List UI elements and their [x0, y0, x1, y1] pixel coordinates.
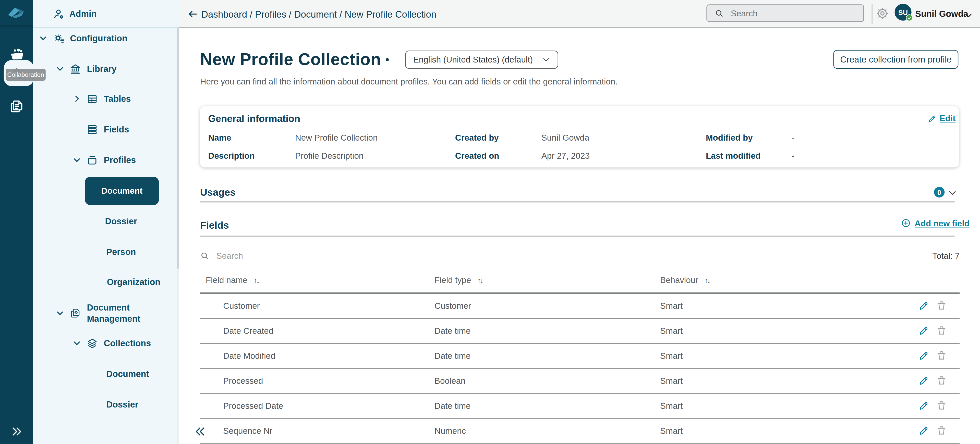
chevron-down-icon[interactable] [73, 155, 81, 164]
sort-icon[interactable]: ↑↓ [477, 276, 482, 284]
cell-field-name: Date Modified [223, 344, 275, 368]
gi-created-on-label: Created on [455, 151, 499, 161]
global-search[interactable] [706, 4, 864, 22]
column-label: Field type [434, 276, 471, 285]
topbar: Dashboard / Profiles / Document / New Pr… [179, 0, 980, 27]
sidebar-item-library[interactable]: Library [56, 61, 117, 77]
chevron-down-icon[interactable] [73, 339, 81, 347]
user-name[interactable]: Sunil Gowda [915, 0, 968, 27]
cell-field-name: Date Created [223, 319, 274, 343]
sidebar-item-collections-document[interactable]: Document [106, 366, 149, 382]
sidebar-item-organization[interactable]: Organization [107, 274, 161, 290]
delete-row-icon[interactable] [936, 325, 947, 336]
cell-behaviour: Smart [660, 419, 682, 443]
table-row[interactable]: Processed Date Date time Smart [200, 394, 960, 419]
add-new-field-link[interactable]: Add new field [901, 218, 969, 228]
cell-field-name: Customer [223, 294, 259, 318]
sidebar-item-collections[interactable]: Collections [73, 335, 151, 351]
edit-row-icon[interactable] [918, 326, 929, 336]
usages-expand-chevron-icon[interactable] [948, 188, 957, 198]
sidebar-item-document-active[interactable]: Document [85, 177, 159, 205]
fields-search[interactable] [200, 246, 763, 265]
sidebar-item-dossier[interactable]: Dossier [105, 213, 137, 229]
settings-gear-icon[interactable] [876, 7, 889, 20]
sidebar-item-label: Admin [70, 9, 97, 19]
sidebar-item-tables[interactable]: Tables [73, 90, 131, 107]
delete-row-icon[interactable] [936, 400, 947, 411]
page-subtitle: Here you can find all the information ab… [200, 77, 618, 86]
sidebar-item-configuration[interactable]: Configuration [39, 30, 127, 46]
create-collection-button[interactable]: Create collection from profile [833, 50, 958, 69]
collections-icon [86, 337, 98, 349]
fields-title: Fields [200, 220, 229, 231]
admin-icon [52, 8, 65, 20]
column-header-field-name[interactable]: Field name↑↓ [206, 276, 259, 285]
delete-row-icon[interactable] [936, 425, 947, 436]
fields-divider [200, 236, 955, 237]
language-select-value: English (United States) (default) [413, 55, 542, 65]
tables-icon [86, 93, 98, 105]
cell-field-name: Sequence Nr [223, 419, 272, 443]
column-header-behaviour[interactable]: Behaviour↑↓ [660, 276, 710, 285]
sidebar-item-label: Person [106, 247, 136, 257]
column-header-field-type[interactable]: Field type↑↓ [434, 276, 482, 285]
edit-row-icon[interactable] [918, 426, 929, 436]
plus-circle-icon [901, 218, 911, 228]
sidebar-scrollbar-thumb[interactable] [177, 28, 178, 269]
user-menu-chevron-icon[interactable] [965, 11, 973, 19]
chevron-down-icon[interactable] [39, 34, 48, 42]
sidebar-item-label: Library [87, 64, 116, 74]
cell-behaviour: Smart [660, 344, 682, 368]
sidebar-item-label: Organization [107, 277, 161, 287]
table-row[interactable]: Customer Customer Smart [200, 294, 960, 319]
breadcrumb[interactable]: Dashboard / Profiles / Document / New Pr… [201, 0, 436, 27]
fields-table-body: Customer Customer Smart Date Created Dat… [200, 294, 960, 444]
delete-row-icon[interactable] [936, 300, 947, 311]
table-row[interactable]: Sequence Nr Numeric Smart [200, 419, 960, 444]
app-logo-icon[interactable] [7, 5, 25, 21]
back-arrow-icon[interactable] [188, 9, 198, 19]
documents-icon[interactable] [9, 99, 24, 114]
cell-field-type: Boolean [434, 369, 465, 393]
document-management-icon [70, 307, 81, 319]
sidebar-item-label: Profiles [104, 155, 136, 165]
chevron-down-icon[interactable] [56, 309, 64, 317]
edit-link[interactable]: Edit [928, 114, 956, 123]
chevron-down-icon[interactable] [56, 64, 64, 73]
cell-behaviour: Smart [660, 294, 682, 318]
delete-row-icon[interactable] [936, 350, 947, 361]
title-status-dot [386, 58, 389, 61]
table-row[interactable]: Date Created Date time Smart [200, 319, 960, 344]
edit-row-icon[interactable] [918, 401, 929, 411]
edit-row-icon[interactable] [918, 301, 929, 311]
edit-row-icon[interactable] [918, 350, 929, 362]
cell-field-type: Numeric [434, 419, 466, 443]
sidebar-item-label: Document [106, 369, 149, 379]
usages-divider [200, 201, 955, 203]
sort-icon[interactable]: ↑↓ [254, 276, 259, 284]
edit-row-icon[interactable] [918, 376, 929, 386]
table-row[interactable]: Date Modified Date time Smart [200, 344, 960, 369]
presence-online-icon [906, 14, 913, 21]
sidebar-item-label: Document [101, 186, 143, 196]
language-select[interactable]: English (United States) (default) [405, 51, 558, 69]
sidebar-item-document-management[interactable]: Document Management [56, 304, 152, 322]
sidebar-item-profiles[interactable]: Profiles [73, 152, 136, 168]
sidebar-item-fields[interactable]: Fields [86, 121, 129, 138]
gi-modified-by-value: - [791, 133, 794, 143]
sidebar-item-admin[interactable]: Admin [52, 6, 97, 22]
fields-icon [86, 124, 98, 135]
sidebar-item-collections-dossier[interactable]: Dossier [106, 396, 138, 412]
avatar-initials: SU [898, 8, 908, 16]
chevron-down-icon [542, 56, 550, 64]
sidebar-item-person[interactable]: Person [106, 244, 136, 260]
delete-row-icon[interactable] [936, 375, 947, 386]
sort-icon[interactable]: ↑↓ [705, 276, 710, 284]
fields-search-input[interactable] [215, 251, 468, 261]
table-row[interactable]: Processed Boolean Smart [200, 369, 960, 394]
cell-behaviour: Smart [660, 319, 682, 343]
profiles-icon [86, 154, 98, 166]
global-search-input[interactable] [730, 8, 857, 19]
expand-rail-icon[interactable] [11, 426, 23, 438]
chevron-right-icon[interactable] [73, 94, 81, 103]
